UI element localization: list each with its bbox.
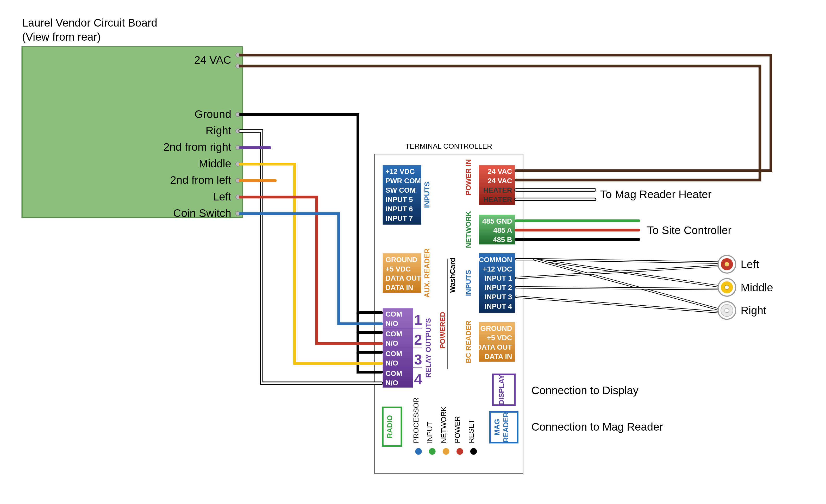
svg-text:SW COM: SW COM — [386, 186, 416, 194]
svg-text:2nd from right: 2nd from right — [163, 141, 231, 153]
svg-text:WashCard: WashCard — [449, 258, 457, 293]
svg-text:GROUND: GROUND — [386, 256, 417, 264]
svg-text:INPUT 5: INPUT 5 — [386, 195, 413, 204]
svg-text:Middle: Middle — [199, 158, 232, 170]
svg-text:DATA OUT: DATA OUT — [477, 343, 512, 351]
svg-text:MAG: MAG — [493, 419, 501, 436]
title-line2: (View from rear) — [22, 31, 101, 43]
svg-text:2nd from left: 2nd from left — [170, 174, 231, 186]
svg-text:RADIO: RADIO — [386, 415, 394, 438]
svg-text:4: 4 — [414, 371, 422, 387]
svg-text:Right: Right — [741, 304, 766, 317]
svg-text:INPUT 2: INPUT 2 — [485, 284, 512, 292]
svg-text:POWER IN: POWER IN — [464, 159, 472, 195]
svg-point-90 — [725, 285, 729, 290]
svg-text:READER: READER — [502, 412, 510, 442]
svg-point-51 — [443, 448, 449, 454]
svg-text:+5 VDC: +5 VDC — [386, 265, 411, 273]
svg-text:24 VAC: 24 VAC — [487, 177, 512, 185]
svg-point-55 — [470, 448, 477, 454]
mag-label: Connection to Mag Reader — [531, 421, 663, 433]
svg-text:POWERED: POWERED — [438, 312, 447, 349]
svg-text:485 GND: 485 GND — [482, 217, 512, 225]
svg-text:DATA IN: DATA IN — [386, 284, 413, 292]
svg-text:+12 VDC: +12 VDC — [483, 265, 512, 273]
svg-text:COM: COM — [386, 310, 402, 318]
jack-left — [718, 255, 736, 273]
svg-text:GROUND: GROUND — [480, 324, 512, 332]
svg-text:24 VAC: 24 VAC — [194, 54, 232, 66]
svg-text:Right: Right — [205, 124, 231, 137]
svg-point-53 — [457, 448, 463, 454]
svg-text:485 A: 485 A — [493, 226, 512, 234]
jack-middle — [718, 278, 736, 296]
svg-text:N/O: N/O — [386, 379, 398, 387]
svg-text:INPUT 6: INPUT 6 — [386, 205, 413, 213]
svg-text:HEATER: HEATER — [483, 186, 512, 194]
svg-text:Left: Left — [741, 258, 759, 270]
jack-right — [718, 302, 736, 319]
controller-title: TERMINAL CONTROLLER — [405, 142, 492, 150]
svg-text:NETWORK: NETWORK — [464, 211, 472, 248]
title-line1: Laurel Vendor Circuit Board — [22, 17, 157, 29]
svg-point-94 — [725, 308, 729, 313]
svg-text:N/O: N/O — [386, 319, 398, 327]
svg-point-86 — [725, 262, 729, 267]
heater-label: To Mag Reader Heater — [600, 188, 712, 200]
svg-text:2: 2 — [414, 332, 422, 348]
site-label: To Site Controller — [647, 224, 731, 236]
svg-text:INPUT: INPUT — [426, 422, 434, 443]
svg-text:+5 VDC: +5 VDC — [487, 334, 512, 342]
svg-point-49 — [429, 448, 435, 454]
svg-point-47 — [415, 448, 422, 454]
svg-text:+12 VDC: +12 VDC — [386, 168, 415, 176]
svg-text:Middle: Middle — [741, 281, 773, 294]
svg-text:INPUT 4: INPUT 4 — [485, 302, 512, 310]
svg-text:1: 1 — [414, 312, 422, 328]
svg-text:NETWORK: NETWORK — [439, 406, 448, 443]
svg-text:INPUT 1: INPUT 1 — [485, 274, 512, 282]
svg-text:HEATER: HEATER — [483, 195, 512, 204]
svg-text:COM: COM — [386, 350, 402, 358]
svg-text:PROCESSOR: PROCESSOR — [412, 397, 420, 443]
display-label: Connection to Display — [531, 384, 639, 396]
svg-text:INPUT 7: INPUT 7 — [386, 214, 413, 222]
svg-text:3: 3 — [414, 352, 422, 368]
svg-text:PWR COM: PWR COM — [386, 177, 421, 185]
svg-text:N/O: N/O — [386, 359, 398, 367]
svg-text:485 B: 485 B — [493, 236, 512, 244]
svg-text:INPUTS: INPUTS — [423, 182, 431, 208]
svg-text:DISPLAY: DISPLAY — [497, 375, 506, 405]
svg-text:24 VAC: 24 VAC — [487, 168, 512, 176]
relay-block: COM N/O 1 COM N/O 2 COM N/O 3 COM N/O 4 — [383, 308, 422, 388]
svg-text:Coin Switch: Coin Switch — [173, 207, 231, 219]
svg-text:POWER: POWER — [453, 416, 461, 443]
svg-text:DATA IN: DATA IN — [484, 353, 512, 361]
svg-text:RELAY OUTPUTS: RELAY OUTPUTS — [424, 318, 432, 378]
svg-text:AUX. READER: AUX. READER — [423, 248, 431, 298]
svg-text:INPUT 3: INPUT 3 — [485, 293, 512, 301]
svg-text:N/O: N/O — [386, 339, 398, 347]
svg-text:COMMON: COMMON — [479, 256, 512, 264]
svg-text:BC READER: BC READER — [464, 320, 472, 363]
svg-text:Ground: Ground — [194, 108, 231, 120]
svg-text:COM: COM — [386, 369, 402, 377]
svg-text:DATA OUT: DATA OUT — [386, 274, 421, 282]
svg-text:RESET: RESET — [467, 419, 475, 443]
wiring-diagram: Laurel Vendor Circuit Board (View from r… — [0, 0, 826, 504]
svg-text:COM: COM — [386, 330, 402, 338]
svg-text:INPUTS: INPUTS — [464, 270, 472, 296]
svg-text:Left: Left — [213, 191, 232, 203]
